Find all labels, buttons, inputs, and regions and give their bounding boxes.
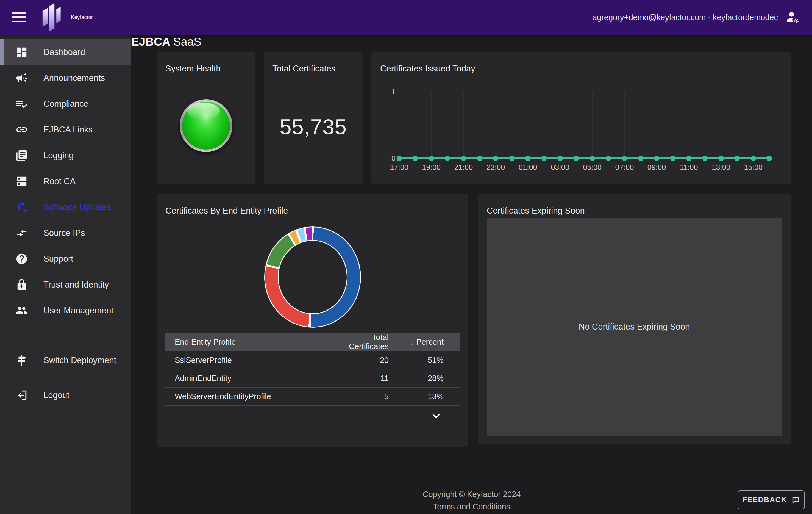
data-point (525, 156, 530, 161)
col-total-certificates: Total Certificates (334, 333, 389, 351)
sidebar-item-label: Support (44, 254, 74, 264)
signpost-icon (16, 354, 28, 367)
x-axis-label: 13:00 (712, 163, 730, 172)
y-axis-label: 0 (382, 154, 396, 163)
total-certificates-title: Total Certificates (272, 64, 336, 74)
terms-link[interactable]: Terms and Conditions (131, 502, 812, 511)
col-percent-sort[interactable]: ↓Percent (389, 337, 460, 347)
table-row[interactable]: AdminEndEntity 11 28% (165, 370, 460, 387)
sidebar-item-label: Dashboard (44, 47, 85, 57)
x-axis-label: 15:00 (744, 163, 762, 172)
expand-rows-button[interactable] (431, 410, 442, 422)
data-point (461, 156, 466, 161)
gridline (528, 92, 528, 158)
sidebar-item-announcements[interactable]: Announcements (0, 65, 131, 91)
data-point (558, 156, 563, 161)
help-icon (16, 252, 28, 265)
data-point (702, 156, 707, 161)
logout-icon (16, 389, 28, 402)
sidebar-item-trust-and-identity[interactable]: Trust and Identity (0, 272, 131, 298)
certificates-issued-today-title: Certificates Issued Today (380, 64, 475, 74)
main-content: System Health Total Certificates 55,735 … (131, 35, 812, 514)
software-update-icon (16, 201, 28, 214)
sort-desc-icon: ↓ (410, 338, 414, 346)
data-point (622, 156, 627, 161)
cell-profile: WebServerEndEntityProfile (165, 392, 334, 401)
total-certificates-card: Total Certificates 55,735 (264, 52, 362, 184)
data-point (397, 156, 402, 161)
system-health-title: System Health (165, 64, 221, 74)
x-axis-label: 19:00 (422, 163, 441, 172)
active-indicator (0, 39, 4, 65)
sidebar-item-root-ca[interactable]: Root CA (0, 168, 131, 194)
table-header: End Entity Profile Total Certificates ↓P… (165, 332, 460, 351)
total-certificates-value: 55,735 (264, 114, 362, 139)
sidebar-item-label: Software Updates (44, 202, 111, 212)
table-row[interactable]: SslServerProfile 20 51% (165, 351, 460, 370)
megaphone-icon (16, 72, 28, 84)
sidebar-item-ejbca-links[interactable]: EJBCA Links (0, 117, 131, 143)
data-point (670, 156, 675, 161)
sidebar-nav: Dashboard Announcements Compliance EJBCA… (0, 35, 131, 324)
data-point (493, 156, 498, 161)
sidebar-item-source-ips[interactable]: Source IPs (0, 220, 131, 246)
sidebar-item-software-updates[interactable]: Software Updates (0, 194, 131, 220)
sidebar-item-label: Switch Deployment (44, 355, 116, 365)
data-point (654, 156, 659, 161)
data-point (509, 156, 515, 161)
y-axis-label: 1 (382, 88, 396, 96)
cell-percent: 51% (389, 356, 460, 365)
data-point (606, 156, 611, 161)
col-percent-label: Percent (416, 337, 444, 346)
table-row[interactable]: WebServerEndEntityProfile 5 13% (165, 387, 460, 406)
gridline (689, 92, 689, 158)
sidebar-item-compliance[interactable]: Compliance (0, 91, 131, 117)
feedback-button[interactable]: FEEDBACK (737, 490, 805, 509)
cell-total: 20 (334, 356, 389, 365)
expiring-soon-panel: No Certificates Expiring Soon (487, 218, 782, 436)
cell-percent: 13% (389, 392, 460, 401)
certificates-by-profile-card: Certificates By End Entity Profile End E… (156, 194, 468, 447)
lock-icon (16, 278, 28, 291)
certificates-expiring-soon-title: Certificates Expiring Soon (487, 206, 585, 216)
cell-profile: AdminEndEntity (165, 374, 334, 383)
x-axis-label: 05:00 (583, 163, 602, 172)
data-point (719, 156, 724, 161)
sidebar-item-switch-deployment[interactable]: Switch Deployment (0, 347, 131, 373)
sidebar-item-label: Source IPs (44, 228, 85, 238)
cell-percent: 28% (389, 374, 460, 383)
data-point (751, 156, 756, 161)
x-axis-label: 09:00 (647, 163, 666, 172)
sidebar-item-label: Logout (44, 390, 69, 400)
checklist-icon (16, 98, 28, 110)
gridline (657, 92, 657, 158)
manage-account-icon[interactable] (786, 10, 800, 24)
cell-total: 11 (334, 374, 389, 383)
sidebar-item-dashboard[interactable]: Dashboard (0, 39, 131, 65)
health-status-indicator (180, 99, 232, 152)
gridline (592, 92, 592, 158)
sidebar-item-logging[interactable]: Logging (0, 143, 131, 168)
x-axis-label: 21:00 (454, 163, 473, 172)
certificates-expiring-soon-card: Certificates Expiring Soon No Certificat… (478, 194, 790, 444)
hamburger-menu-icon[interactable] (12, 12, 26, 22)
server-icon (16, 175, 28, 188)
data-point (542, 156, 547, 161)
cell-profile: SslServerProfile (165, 356, 334, 365)
series-line (399, 158, 770, 159)
profile-donut-chart (264, 226, 361, 328)
sidebar-item-logout[interactable]: Logout (0, 382, 131, 408)
keyfactor-logo-icon (42, 3, 65, 32)
brand-logo: Keyfactor EJBCASaaS (42, 3, 93, 32)
copyright-text: Copyright © Keyfactor 2024 (131, 490, 812, 499)
data-point (429, 156, 434, 161)
sidebar-item-support[interactable]: Support (0, 246, 131, 272)
profile-table: End Entity Profile Total Certificates ↓P… (165, 332, 460, 406)
sidebar-item-label: Announcements (44, 73, 105, 83)
data-point (590, 156, 595, 161)
sidebar-item-label: Logging (44, 151, 74, 161)
sidebar-item-user-management[interactable]: User Management (0, 298, 131, 324)
cell-total: 5 (334, 392, 389, 401)
col-end-entity-profile: End Entity Profile (165, 337, 334, 347)
gridline (496, 92, 496, 158)
